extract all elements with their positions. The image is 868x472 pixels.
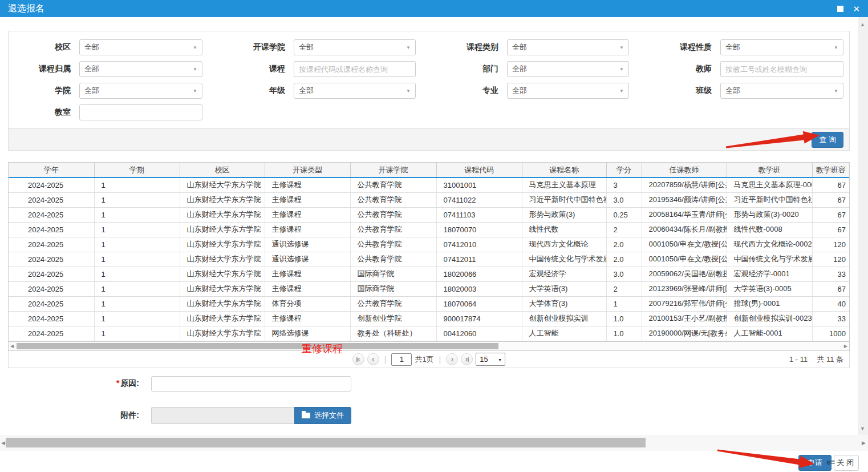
page-number-input[interactable]: [391, 353, 412, 366]
column-header-xueqi[interactable]: 学期: [94, 163, 180, 177]
filter-select-offering-college[interactable]: 全部▼: [294, 39, 416, 55]
table-cell-jxbrl: 33: [812, 267, 849, 281]
attachment-path-box: [151, 407, 294, 424]
table-cell-jxb: 马克思主义基本原理-000: [727, 177, 812, 192]
filter-label-classroom: 教室: [14, 107, 79, 118]
scroll-down-icon[interactable]: ▼: [860, 426, 865, 431]
column-header-rkjs[interactable]: 任课教师: [642, 163, 727, 177]
column-header-kcdm[interactable]: 课程代码: [436, 163, 522, 177]
filter-select-course-attribution[interactable]: 全部▼: [79, 61, 202, 77]
pager-last-button[interactable]: ›: [461, 353, 473, 365]
table-cell-jxbrl: 67: [812, 207, 849, 222]
table-cell-xuefen: 2: [606, 281, 642, 296]
table-cell-kcmc: 大学体育(3): [522, 296, 606, 311]
close-icon[interactable]: ✕: [853, 5, 860, 13]
column-header-jxbrl[interactable]: 教学班容: [812, 163, 849, 177]
table-cell-kklx: 主修课程: [265, 281, 350, 296]
pager-prev-button[interactable]: ‹: [367, 353, 379, 365]
table-row[interactable]: 2024-20251山东财经大学东方学院主修课程创新创业学院900017874创…: [9, 311, 849, 326]
table-row[interactable]: 2024-20251山东财经大学东方学院体育分项公共教育学院18070064大学…: [9, 296, 849, 311]
filter-input-course[interactable]: [294, 61, 416, 77]
table-cell-xueqi: 1: [94, 177, 180, 192]
column-header-kklx[interactable]: 开课类型: [265, 163, 350, 177]
table-cell-xiaoqu: 山东财经大学东方学院: [180, 192, 265, 207]
pager-next-button[interactable]: ›: [446, 353, 458, 365]
table-cell-kcmc: 形势与政策(3): [522, 207, 606, 222]
page-size-value: 15: [480, 355, 488, 364]
table-cell-kkxy: 公共教育学院: [350, 192, 436, 207]
filter-input-classroom[interactable]: [79, 104, 202, 120]
query-button[interactable]: 查 询: [812, 132, 843, 148]
column-header-kkxy[interactable]: 开课学院: [350, 163, 436, 177]
column-header-xiaoqu[interactable]: 校区: [180, 163, 265, 177]
table-cell-xiaoqu: 山东财经大学东方学院: [180, 252, 265, 267]
table-cell-jxb: 中国传统文化与学术发展: [727, 252, 812, 267]
table-row[interactable]: 2024-20251山东财经大学东方学院主修课程公共教育学院07411103形势…: [9, 207, 849, 222]
filter-input-teacher[interactable]: [720, 61, 843, 77]
filter-select-college[interactable]: 全部▼: [79, 83, 202, 99]
table-row[interactable]: 2024-20251山东财经大学东方学院主修课程公共教育学院31001001马克…: [9, 177, 849, 192]
range-label: 1 - 11: [789, 355, 808, 364]
chevron-down-icon: ▼: [834, 88, 838, 94]
table-row[interactable]: 2024-20251山东财经大学东方学院通识选修课公共教育学院07412011中…: [9, 252, 849, 267]
table-row[interactable]: 2024-20251山东财经大学东方学院主修课程公共教育学院07411022习近…: [9, 192, 849, 207]
table-cell-xuefen: 3.0: [606, 267, 642, 281]
table-cell-xuenian: 2024-2025: [9, 207, 94, 222]
filter-select-department[interactable]: 全部▼: [507, 61, 629, 77]
pager-first-button[interactable]: ‹: [352, 353, 364, 365]
grid-header-row: 学年学期校区开课类型开课学院课程代码课程名称学分任课教师教学班教学班容: [9, 163, 849, 177]
table-cell-jxbrl: 67: [812, 281, 849, 296]
table-cell-kcmc: 现代西方文化概论: [522, 237, 606, 252]
close-button[interactable]: 关闭: [834, 455, 859, 471]
table-row[interactable]: 2024-20251山东财经大学东方学院主修课程国际商学院18020003大学英…: [9, 281, 849, 296]
table-row[interactable]: 2024-20251山东财经大学东方学院网络选修课教务处（科研处）0041206…: [9, 326, 849, 341]
filter-select-major[interactable]: 全部▼: [507, 83, 629, 99]
page-size-select[interactable]: 15 ▼: [476, 353, 505, 366]
watermark: m.: [798, 457, 809, 467]
table-cell-xiaoqu: 山东财经大学东方学院: [180, 267, 265, 281]
table-cell-kklx: 主修课程: [265, 267, 350, 281]
dialog-vertical-scrollbar[interactable]: ▲ ▼: [858, 17, 868, 435]
choose-file-button[interactable]: 选择文件: [294, 407, 351, 424]
scroll-right-icon[interactable]: ▶: [862, 440, 866, 446]
column-header-xuefen[interactable]: 学分: [606, 163, 642, 177]
scroll-up-icon[interactable]: ▲: [860, 22, 865, 27]
dialog-scrollbar-thumb[interactable]: [6, 438, 646, 447]
table-row[interactable]: 2024-20251山东财经大学东方学院通识选修课公共教育学院07412010现…: [9, 237, 849, 252]
grid-scrollbar-thumb[interactable]: [17, 343, 498, 349]
attachment-label: 附件:: [8, 410, 151, 421]
table-row[interactable]: 2024-20251山东财经大学东方学院主修课程公共教育学院18070070线性…: [9, 222, 849, 237]
table-cell-kklx: 通识选修课: [265, 237, 350, 252]
scroll-right-icon[interactable]: ▶: [844, 344, 847, 349]
dialog-horizontal-scrollbar[interactable]: ◀ ▶: [0, 435, 868, 451]
scroll-left-icon[interactable]: ◀: [1, 440, 5, 446]
column-header-xuenian[interactable]: 学年: [9, 163, 94, 177]
filter-select-grade[interactable]: 全部▼: [294, 83, 416, 99]
restore-icon[interactable]: [837, 6, 843, 12]
reason-input[interactable]: [151, 376, 351, 392]
table-row[interactable]: 2024-20251山东财经大学东方学院主修课程国际商学院18020066宏观经…: [9, 267, 849, 281]
table-cell-xuenian: 2024-2025: [9, 281, 94, 296]
table-cell-jxb: 宏观经济学-0001: [727, 267, 812, 281]
table-cell-xueqi: 1: [94, 237, 180, 252]
table-cell-kklx: 主修课程: [265, 207, 350, 222]
scroll-left-icon[interactable]: ◀: [10, 344, 14, 349]
column-header-jxb[interactable]: 教学班: [727, 163, 812, 177]
table-cell-kcdm: 18070070: [436, 222, 522, 237]
annotation-repeat-course: 重修课程: [302, 342, 343, 356]
filter-select-campus[interactable]: 全部▼: [79, 39, 202, 55]
filter-label-grade: 年级: [202, 86, 294, 96]
filter-select-class[interactable]: 全部▼: [720, 83, 843, 99]
table-cell-kcdm: 07411022: [436, 192, 522, 207]
filter-select-course-nature[interactable]: 全部▼: [720, 39, 843, 55]
table-cell-xiaoqu: 山东财经大学东方学院: [180, 326, 265, 341]
pager-separator: |: [439, 355, 441, 364]
table-cell-kkxy: 公共教育学院: [350, 296, 436, 311]
table-cell-kklx: 主修课程: [265, 192, 350, 207]
filter-select-course-category[interactable]: 全部▼: [507, 39, 629, 55]
table-cell-kkxy: 公共教育学院: [350, 177, 436, 192]
table-cell-kcmc: 人工智能: [522, 326, 606, 341]
table-cell-kklx: 通识选修课: [265, 252, 350, 267]
column-header-kcmc[interactable]: 课程名称: [522, 163, 606, 177]
grid-horizontal-scrollbar[interactable]: ◀ ▶: [9, 341, 849, 350]
